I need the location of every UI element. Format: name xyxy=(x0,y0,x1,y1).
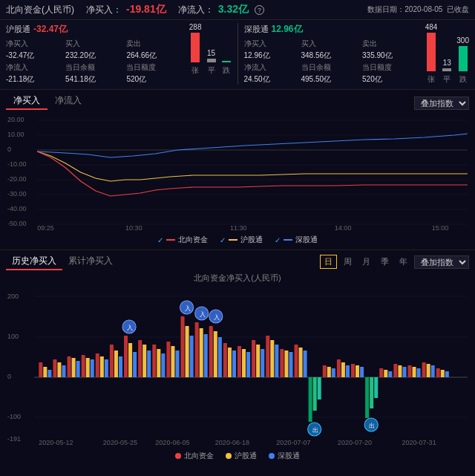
svg-text:2020-05-12: 2020-05-12 xyxy=(39,439,73,446)
svg-rect-116 xyxy=(360,367,364,377)
legend-shenzhen-color xyxy=(284,239,292,241)
sz-die-num: 300 xyxy=(456,36,469,45)
svg-rect-52 xyxy=(105,359,108,377)
svg-text:-191: -191 xyxy=(7,435,21,443)
bar-chart-section: 历史净买入 累计净买入 日 周 月 季 年 叠加指数 北向资金净买入(人民币) … xyxy=(0,250,475,466)
chart-index-select[interactable]: 叠加指数 xyxy=(414,97,469,110)
tab-history-netbuy[interactable]: 历史净买入 xyxy=(6,253,62,270)
bar-chart: 200 100 0 -100 -191 xyxy=(6,285,469,449)
svg-rect-67 xyxy=(166,342,170,377)
svg-rect-1 xyxy=(207,59,216,62)
tab-net-flow[interactable]: 净流入 xyxy=(48,93,89,110)
svg-rect-135 xyxy=(441,370,445,377)
bar-chart-svg: 200 100 0 -100 -191 xyxy=(6,285,469,449)
svg-rect-55 xyxy=(119,356,122,377)
shanghai-panel: 沪股通 -32.47亿 净买入 买入 卖出 -32.47亿 232.20亿 26… xyxy=(6,23,232,85)
svg-rect-86 xyxy=(228,348,232,377)
svg-rect-105 xyxy=(318,377,321,400)
svg-rect-61 xyxy=(138,340,142,377)
sz-balance: 495.50亿 xyxy=(301,74,356,85)
svg-rect-125 xyxy=(393,364,397,377)
svg-rect-109 xyxy=(327,367,331,377)
svg-rect-80 xyxy=(209,326,213,377)
svg-rect-108 xyxy=(323,365,327,377)
header-data-date: 数据日期：2020-08-05 已收盘 xyxy=(367,4,469,15)
shenzhen-grid: 净买入 买入 卖出 12.96亿 348.56亿 335.90亿 净流入 当日余… xyxy=(244,39,416,85)
chart-tabs: 净买入 净流入 xyxy=(6,93,89,110)
bottom-tabs-row: 历史净买入 累计净买入 日 周 月 季 年 叠加指数 xyxy=(6,253,469,270)
svg-text:09:25: 09:25 xyxy=(37,224,54,232)
sh-sell: 264.66亿 xyxy=(126,50,180,61)
svg-rect-136 xyxy=(445,371,449,377)
svg-rect-56 xyxy=(124,336,128,377)
svg-rect-119 xyxy=(374,377,378,398)
sh-ping-num: 15 xyxy=(207,49,215,57)
sh-ping-bar xyxy=(206,59,217,62)
svg-rect-40 xyxy=(48,370,51,377)
bar-legend-shenzhen-dot xyxy=(269,453,275,459)
svg-rect-91 xyxy=(252,340,255,377)
sh-balance: 541.18亿 xyxy=(65,74,119,85)
svg-rect-127 xyxy=(402,367,406,377)
period-btn-year[interactable]: 年 xyxy=(396,255,411,268)
svg-rect-98 xyxy=(284,351,288,377)
svg-rect-46 xyxy=(76,361,80,377)
svg-rect-104 xyxy=(313,377,317,411)
sh-die-bar xyxy=(221,61,232,62)
period-btn-day[interactable]: 日 xyxy=(320,255,337,269)
svg-rect-66 xyxy=(161,353,165,377)
period-controls: 日 周 月 季 年 叠加指数 xyxy=(320,255,469,269)
bar-legend-north: 北向资金 xyxy=(175,451,214,461)
period-btn-quarter[interactable]: 季 xyxy=(377,255,393,268)
svg-rect-89 xyxy=(242,349,246,377)
svg-rect-42 xyxy=(57,362,61,377)
svg-rect-93 xyxy=(261,349,264,377)
legend-north-color xyxy=(166,239,175,241)
svg-rect-76 xyxy=(200,328,203,377)
header-netflow-label: 净流入： xyxy=(178,4,214,16)
svg-text:-30.00: -30.00 xyxy=(7,190,27,198)
svg-rect-101 xyxy=(299,348,303,377)
svg-rect-45 xyxy=(72,358,76,377)
svg-rect-85 xyxy=(223,343,227,377)
svg-text:10.00: 10.00 xyxy=(7,131,24,138)
svg-text:-40.00: -40.00 xyxy=(7,205,27,212)
svg-text:200: 200 xyxy=(7,293,19,300)
svg-rect-118 xyxy=(370,377,373,408)
svg-rect-117 xyxy=(365,377,369,418)
period-btn-week[interactable]: 周 xyxy=(340,255,356,268)
svg-rect-115 xyxy=(356,365,359,377)
legend-shanghai-color xyxy=(229,239,238,241)
legend-shenzhen-label: 深股通 xyxy=(295,235,318,245)
legend-shanghai-label: 沪股通 xyxy=(240,235,263,245)
svg-text:2020-06-05: 2020-06-05 xyxy=(155,439,189,446)
svg-text:-10.00: -10.00 xyxy=(7,160,27,168)
sh-zhang-bar xyxy=(190,33,200,62)
svg-rect-64 xyxy=(152,345,156,377)
tab-cumulative-netbuy[interactable]: 累计净买入 xyxy=(62,253,119,270)
svg-rect-5 xyxy=(459,46,468,71)
svg-rect-130 xyxy=(417,368,421,377)
svg-text:-100: -100 xyxy=(7,413,21,420)
svg-rect-88 xyxy=(238,346,241,377)
svg-rect-110 xyxy=(332,368,335,377)
svg-rect-131 xyxy=(422,362,426,377)
bar-legend-shanghai: 沪股通 xyxy=(226,451,257,461)
tab-net-buy[interactable]: 净买入 xyxy=(6,93,48,110)
svg-rect-68 xyxy=(171,346,174,377)
shanghai-label: 沪股通 xyxy=(6,24,30,35)
sh-zhang-num: 288 xyxy=(189,23,202,31)
svg-rect-43 xyxy=(62,365,65,377)
svg-rect-96 xyxy=(275,345,278,377)
legend-shanghai: ✓ 沪股通 xyxy=(220,235,263,245)
svg-text:11:30: 11:30 xyxy=(230,224,247,232)
period-btn-month[interactable]: 月 xyxy=(358,255,374,268)
svg-rect-103 xyxy=(309,377,312,422)
shanghai-netbuy-val: -32.47亿 xyxy=(33,23,68,36)
svg-rect-48 xyxy=(86,358,90,377)
chart-legend: ✓ 北向资金 ✓ 沪股通 ✓ 深股通 xyxy=(6,232,469,247)
info-icon[interactable]: ? xyxy=(255,5,264,15)
svg-rect-97 xyxy=(280,349,284,377)
sz-sell: 335.90亿 xyxy=(362,50,416,61)
bar-chart-index-select[interactable]: 叠加指数 xyxy=(414,255,469,269)
